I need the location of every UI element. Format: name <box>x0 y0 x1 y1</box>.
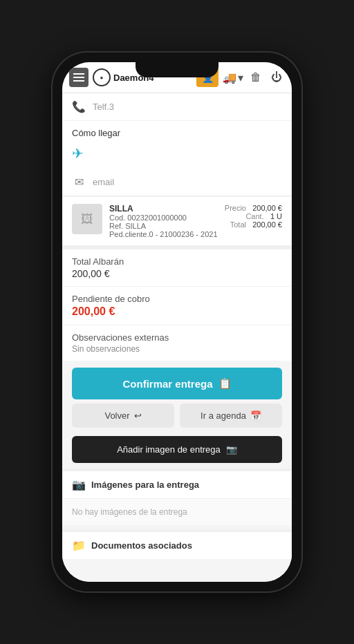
pending-label: Pendiente de cobro <box>72 294 282 304</box>
images-section: 📷 Imágenes para la entrega No hay imágen… <box>62 468 292 525</box>
pending-value: 200,00 € <box>72 305 282 318</box>
total-value: 200,00 € <box>252 220 282 229</box>
product-order: Ped.cliente.0 - 21000236 - 2021 <box>109 230 218 238</box>
images-header-label: Imágenes para la entrega <box>91 480 199 490</box>
main-content: 📞 Telf.3 Cómo llegar ✈ ✉ email 🖼 SILLA <box>62 93 292 582</box>
agenda-button[interactable]: Ir a agenda 📅 <box>180 404 282 428</box>
email-icon: ✉ <box>72 176 86 189</box>
trash-icon: 🗑 <box>250 71 261 83</box>
navigation-row: ✈ <box>62 141 292 169</box>
add-image-button[interactable]: Añadir imagen de entrega 📷 <box>72 436 282 463</box>
how-to-get-heading: Cómo llegar <box>62 121 292 141</box>
cant-value: 1 U <box>270 212 282 220</box>
location-icon: ✈ <box>72 145 84 162</box>
obs-value: Sin observaciones <box>72 344 282 354</box>
back-label: Volver <box>104 410 129 421</box>
confirm-label: Confirmar entrega <box>122 378 212 390</box>
observations-section: Observaciones externas Sin observaciones <box>62 325 292 361</box>
confirm-button[interactable]: Confirmar entrega 📋 <box>72 368 282 399</box>
docs-header: 📁 Documentos asociados <box>62 532 292 559</box>
price-row: Precio 200,00 € <box>225 204 282 212</box>
power-icon: ⏻ <box>271 71 282 83</box>
product-row: 🖼 SILLA Cod. 00232001000000 Ref. SILLA P… <box>62 196 292 245</box>
total-label: Total <box>230 220 246 229</box>
product-code: Cod. 00232001000000 <box>109 214 218 222</box>
albaran-label: Total Albarán <box>72 256 282 267</box>
phone-frame: ● Daemon4 👤 🚚 ▾ 🗑 ⏻ <box>53 53 301 591</box>
phone3-label: Telf.3 <box>93 102 114 112</box>
docs-section: 📁 Documentos asociados <box>62 529 292 559</box>
phone-screen: ● Daemon4 👤 🚚 ▾ 🗑 ⏻ <box>62 62 292 582</box>
camera-icon: 📷 <box>226 444 237 455</box>
albaran-total-section: Total Albarán 200,00 € <box>62 245 292 286</box>
docs-header-label: Documentos asociados <box>91 540 192 551</box>
add-image-label: Añadir imagen de entrega <box>117 444 221 455</box>
images-empty-text: No hay imágenes de la entrega <box>62 499 292 525</box>
chevron-down-icon: ▾ <box>238 71 243 84</box>
back-icon: ↩ <box>134 410 142 421</box>
phone-icon: 📞 <box>72 100 86 113</box>
product-image: 🖼 <box>72 204 102 234</box>
power-button[interactable]: ⏻ <box>268 70 285 85</box>
precio-label: Precio <box>225 204 246 212</box>
albaran-value: 200,00 € <box>72 268 282 279</box>
docs-icon: 📁 <box>72 539 86 552</box>
truck-button[interactable]: 🚚 ▾ <box>223 71 243 84</box>
cant-row: Cant. 1 U <box>225 212 282 220</box>
images-header: 📷 Imágenes para la entrega <box>62 471 292 499</box>
product-ref: Ref. SILLA <box>109 222 218 230</box>
cant-label: Cant. <box>245 212 263 220</box>
agenda-icon: 📅 <box>250 410 261 421</box>
product-info: SILLA Cod. 00232001000000 Ref. SILLA Ped… <box>109 204 218 238</box>
confirm-icon: 📋 <box>218 377 232 390</box>
precio-value: 200,00 € <box>252 204 282 212</box>
images-icon: 📷 <box>72 478 86 491</box>
back-button[interactable]: Volver ↩ <box>72 404 174 428</box>
agenda-label: Ir a agenda <box>201 410 246 421</box>
trash-button[interactable]: 🗑 <box>248 70 264 85</box>
product-name: SILLA <box>109 204 218 214</box>
email-field: ✉ email <box>62 169 292 196</box>
total-row: Total 200,00 € <box>225 220 282 229</box>
secondary-buttons-row: Volver ↩ Ir a agenda 📅 <box>62 404 292 433</box>
phone3-field: 📞 Telf.3 <box>62 93 292 121</box>
menu-button[interactable] <box>69 68 88 87</box>
obs-label: Observaciones externas <box>72 332 282 343</box>
email-label: email <box>93 177 114 187</box>
pending-section: Pendiente de cobro 200,00 € <box>62 286 292 325</box>
logo-circle: ● <box>93 68 111 86</box>
product-img-icon: 🖼 <box>81 212 93 227</box>
product-prices: Precio 200,00 € Cant. 1 U Total 200,00 € <box>225 204 282 229</box>
phone-notch <box>136 62 218 77</box>
truck-icon: 🚚 <box>223 71 236 84</box>
